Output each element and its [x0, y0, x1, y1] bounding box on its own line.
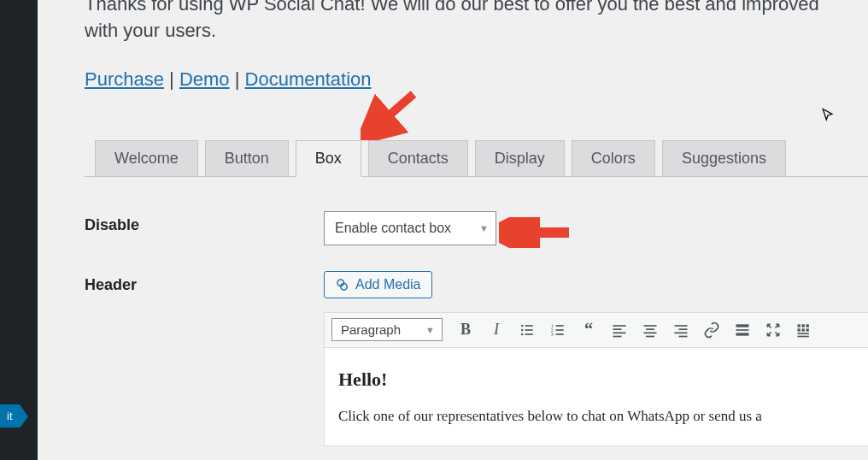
blockquote-button[interactable]: “ — [576, 318, 601, 342]
header-row: Header Add Media Paragraph ▼ B I — [85, 271, 868, 446]
annotation-arrow — [361, 89, 420, 140]
format-value: Paragraph — [341, 322, 401, 337]
main-content: Thanks for using WP Social Chat! We will… — [38, 0, 868, 460]
numbered-list-button[interactable]: 123 — [545, 318, 571, 342]
svg-rect-17 — [613, 335, 622, 337]
form-table: Disable Enable contact box ▼ Header Add … — [85, 211, 868, 446]
svg-rect-32 — [798, 328, 801, 331]
editor-paragraph: Click one of our representatives below t… — [338, 408, 856, 425]
svg-rect-22 — [675, 325, 688, 327]
tab-colors[interactable]: Colors — [572, 140, 655, 176]
link-button[interactable] — [699, 318, 724, 342]
svg-rect-14 — [613, 325, 626, 327]
header-label: Header — [85, 271, 324, 294]
svg-rect-15 — [613, 328, 622, 330]
settings-tabs: Welcome Button Box Contacts Display Colo… — [85, 140, 868, 177]
svg-rect-34 — [806, 328, 809, 331]
svg-rect-9 — [556, 325, 564, 327]
read-more-button[interactable] — [730, 318, 755, 342]
documentation-link[interactable]: Documentation — [245, 68, 372, 90]
admin-sidebar: it — [0, 0, 38, 460]
cursor-icon — [819, 107, 836, 127]
disable-row: Disable Enable contact box ▼ — [85, 211, 868, 245]
svg-rect-27 — [736, 329, 749, 331]
editor-heading: Hello! — [338, 369, 856, 391]
sidebar-item-label: it — [7, 410, 13, 422]
disable-field-wrap: Enable contact box ▼ — [324, 211, 868, 245]
tab-welcome[interactable]: Welcome — [95, 140, 198, 176]
svg-rect-11 — [556, 329, 564, 331]
svg-rect-3 — [525, 325, 533, 327]
disable-select-value: Enable contact box — [335, 221, 451, 236]
chevron-down-icon: ▼ — [479, 223, 489, 233]
demo-link[interactable]: Demo — [179, 68, 230, 90]
align-left-button[interactable] — [607, 318, 632, 342]
svg-rect-31 — [806, 324, 809, 327]
svg-rect-5 — [525, 329, 533, 331]
svg-rect-19 — [646, 328, 654, 330]
tab-suggestions[interactable]: Suggestions — [662, 140, 786, 176]
svg-rect-24 — [675, 332, 688, 333]
disable-select[interactable]: Enable contact box ▼ — [324, 211, 496, 245]
fullscreen-button[interactable] — [760, 318, 786, 342]
media-icon — [335, 277, 350, 292]
svg-point-6 — [521, 333, 524, 335]
editor-toolbar: Paragraph ▼ B I 123 “ — [324, 312, 868, 348]
svg-rect-29 — [798, 324, 801, 327]
svg-rect-33 — [802, 328, 805, 331]
svg-rect-28 — [736, 333, 749, 335]
svg-rect-23 — [679, 328, 688, 330]
sidebar-active-item[interactable]: it — [0, 404, 20, 428]
annotation-arrow — [499, 217, 576, 248]
svg-rect-18 — [644, 325, 657, 327]
svg-rect-20 — [644, 332, 657, 333]
tab-button[interactable]: Button — [205, 140, 289, 176]
svg-point-2 — [521, 324, 524, 327]
svg-rect-36 — [798, 335, 809, 337]
align-right-button[interactable] — [668, 318, 694, 342]
bold-button[interactable]: B — [453, 318, 478, 342]
intro-text: Thanks for using WP Social Chat! We will… — [85, 0, 868, 44]
tab-contacts[interactable]: Contacts — [368, 140, 468, 176]
svg-rect-30 — [802, 324, 805, 327]
add-media-button[interactable]: Add Media — [324, 271, 432, 298]
svg-rect-21 — [646, 335, 654, 337]
svg-point-4 — [521, 328, 524, 331]
disable-label: Disable — [85, 211, 324, 234]
add-media-label: Add Media — [355, 277, 421, 292]
svg-rect-26 — [736, 324, 749, 327]
tab-box[interactable]: Box — [296, 140, 361, 177]
tab-display[interactable]: Display — [475, 140, 565, 176]
kitchen-sink-button[interactable] — [791, 318, 817, 342]
svg-rect-35 — [798, 333, 809, 334]
align-center-button[interactable] — [637, 318, 663, 342]
format-select[interactable]: Paragraph ▼ — [331, 318, 443, 341]
svg-line-38 — [372, 94, 413, 130]
italic-button[interactable]: I — [484, 318, 509, 342]
purchase-link[interactable]: Purchase — [85, 68, 164, 90]
editor-content[interactable]: Hello! Click one of our representatives … — [324, 348, 868, 446]
svg-rect-13 — [556, 333, 564, 335]
header-links: Purchase | Demo | Documentation — [85, 68, 868, 91]
chevron-down-icon: ▼ — [425, 325, 435, 335]
svg-rect-16 — [613, 332, 626, 333]
svg-rect-7 — [525, 333, 533, 335]
svg-rect-25 — [679, 335, 688, 337]
svg-text:3: 3 — [551, 331, 554, 336]
bullet-list-button[interactable] — [514, 318, 540, 342]
header-field-wrap: Add Media Paragraph ▼ B I 123 “ — [324, 271, 868, 446]
